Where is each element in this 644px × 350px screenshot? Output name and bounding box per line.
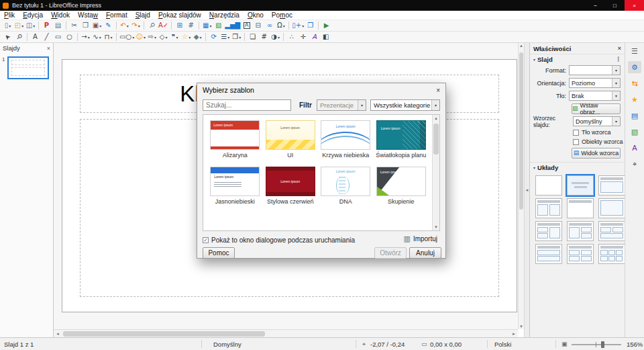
scroll-up-icon[interactable]: ▲ <box>433 116 439 120</box>
new-slide-button[interactable]: ▯+▾ <box>291 21 305 31</box>
hyperlink-button[interactable]: ∞ <box>264 21 275 31</box>
layout-title-slide[interactable] <box>567 175 594 195</box>
save-dropdown-arrow[interactable]: ▾ <box>33 24 35 28</box>
find-replace-button[interactable]: ⚲ <box>146 21 158 31</box>
styles-deck-icon[interactable]: A <box>628 142 641 154</box>
scroll-left-icon[interactable]: ◄ <box>54 332 62 336</box>
toggle-extrusion-button[interactable]: ◧ <box>320 32 331 42</box>
chevron-down-icon[interactable]: ▾ <box>612 79 620 87</box>
menu-wstaw[interactable]: Wstaw <box>74 11 102 19</box>
arrow-line-dropdown-arrow[interactable]: ▾ <box>88 35 90 40</box>
3d-objects-button[interactable]: ◆▾ <box>192 32 203 42</box>
navigator-deck-icon[interactable]: ⌖ <box>628 158 641 170</box>
slide-thumbnail[interactable] <box>7 56 49 79</box>
symbol-shapes-button[interactable]: ☺▾ <box>135 32 146 42</box>
ellipse-button[interactable]: ○ <box>64 32 75 42</box>
close-button[interactable]: × <box>625 0 644 11</box>
layout-2content-over-content[interactable] <box>598 221 625 241</box>
status-language[interactable]: Polski <box>494 341 511 348</box>
master-slide-combobox[interactable]: Domyślny ▾ <box>573 116 621 126</box>
flowchart-shapes-dropdown-arrow[interactable]: ▾ <box>166 35 168 40</box>
fontwork-button[interactable]: A <box>309 32 320 42</box>
zoom-slider[interactable] <box>572 344 621 345</box>
flowchart-shapes-button[interactable]: ◇▾ <box>158 32 169 42</box>
menu-narz-dzia[interactable]: Narzędzia <box>205 11 244 19</box>
template-jasnoniebieski[interactable]: Lorem ipsumJasnoniebieski <box>207 167 263 205</box>
curve-button[interactable]: ∿▾ <box>91 32 103 42</box>
master-background-checkbox-row[interactable]: Tło wzorca <box>530 128 625 137</box>
dialog-close-icon[interactable]: × <box>436 87 440 94</box>
properties-deck-icon[interactable]: ⚙ <box>628 61 641 73</box>
sidebar-menu-icon[interactable]: ☰ <box>628 45 641 57</box>
layout-2content-content[interactable] <box>535 221 562 241</box>
menu-pomoc[interactable]: Pomoc <box>268 11 297 19</box>
symbol-shapes-dropdown-arrow[interactable]: ▾ <box>144 35 146 40</box>
template-list-scrollbar[interactable]: ▲ ▼ <box>432 115 439 230</box>
scroll-up-icon[interactable]: ▲ <box>519 44 524 48</box>
title-bar[interactable]: Bez tytułu 1 - LibreOffice Impress − □ × <box>0 0 644 11</box>
horizontal-scrollbar[interactable]: ◄ ► <box>54 329 518 337</box>
display-grid-button[interactable]: ⊞ <box>174 21 185 31</box>
master-background-checkbox[interactable] <box>573 130 579 136</box>
more-options-icon[interactable]: ⋮ <box>615 56 621 62</box>
layout-blank[interactable] <box>535 175 562 195</box>
show-dialog-checkbox[interactable]: ✓ <box>203 237 209 243</box>
insert-table-button[interactable]: ▦▾ <box>201 21 213 31</box>
layout-centered-text[interactable] <box>598 198 625 218</box>
minimize-button[interactable]: − <box>586 0 605 11</box>
chevron-down-icon[interactable]: ▾ <box>431 100 439 110</box>
layout-title-6content[interactable] <box>598 244 625 264</box>
background-combobox[interactable]: Brak ▾ <box>569 91 621 101</box>
image-filter-button[interactable]: ◑▾ <box>270 32 281 42</box>
layout-title-4content[interactable] <box>567 244 594 264</box>
paste-button[interactable]: ▣▾ <box>91 21 103 31</box>
vertical-scroll-thumb[interactable] <box>519 52 523 210</box>
star-shapes-dropdown-arrow[interactable]: ▾ <box>189 35 191 40</box>
header-footer-button[interactable]: ⊟ <box>252 21 264 31</box>
cancel-button[interactable]: Anuluj <box>409 247 441 259</box>
undo-dropdown-arrow[interactable]: ▾ <box>127 24 129 28</box>
template-dna[interactable]: Lorem ipsumDNA <box>318 167 374 205</box>
redo-button[interactable]: ↷▾ <box>130 21 142 31</box>
insert-image-button[interactable]: ▧ <box>213 21 224 31</box>
insert-text-button[interactable]: A <box>30 32 41 42</box>
insert-textbox-button[interactable]: A <box>241 21 252 31</box>
glue-points-button[interactable]: ✛ <box>297 32 309 42</box>
layout-content-2content[interactable] <box>567 221 594 241</box>
block-arrows-button[interactable]: ⇨▾ <box>146 32 158 42</box>
save-button[interactable]: ◫▾ <box>25 21 36 31</box>
chevron-down-icon[interactable]: ▾ <box>612 117 620 126</box>
chevron-down-icon[interactable]: ▾ <box>358 100 366 110</box>
arrange-objects-button[interactable]: ❒▾ <box>231 32 242 42</box>
master-slides-deck-icon[interactable]: ▤ <box>628 110 641 122</box>
layouts-section-header[interactable]: ▾ Układy <box>530 162 625 172</box>
menu-edycja[interactable]: Edycja <box>19 11 47 19</box>
callout-shapes-button[interactable]: ❞▾ <box>169 32 180 42</box>
redo-dropdown-arrow[interactable]: ▾ <box>138 24 140 28</box>
image-filter-dropdown-arrow[interactable]: ▾ <box>278 35 280 40</box>
format-combobox[interactable]: ▾ <box>569 65 621 75</box>
menu-slajd[interactable]: Slajd <box>131 11 154 19</box>
menu-widok[interactable]: Widok <box>47 11 74 19</box>
curve-dropdown-arrow[interactable]: ▾ <box>99 35 101 40</box>
scroll-right-icon[interactable]: ► <box>510 332 518 336</box>
3d-objects-dropdown-arrow[interactable]: ▾ <box>200 35 202 40</box>
horizontal-scroll-track[interactable] <box>62 330 510 337</box>
connector-dropdown-arrow[interactable]: ▾ <box>110 35 112 40</box>
sidebar-collapse-handle[interactable]: ◄ <box>524 43 529 337</box>
block-arrows-dropdown-arrow[interactable]: ▾ <box>154 35 156 40</box>
layout-title-content[interactable] <box>598 175 625 195</box>
clone-formatting-button[interactable]: ✎ <box>103 21 114 31</box>
orientation-combobox[interactable]: Poziomo ▾ <box>569 78 621 88</box>
slides-panel-close-icon[interactable]: × <box>47 45 50 52</box>
connector-button[interactable]: ⊓▾ <box>103 32 114 42</box>
dialog-title-bar[interactable]: Wybierz szablon × <box>197 83 445 97</box>
animation-deck-icon[interactable]: ★ <box>628 93 641 105</box>
template-wiat-okopia-planu[interactable]: Lorem ipsumŚwiatłokopia planu <box>374 120 429 159</box>
line-button[interactable]: ╱ <box>41 32 52 42</box>
template-alizaryna[interactable]: Lorem ipsumAlizaryna <box>207 120 263 159</box>
edit-points-button[interactable]: ∴ <box>286 32 297 42</box>
open-dropdown-arrow[interactable]: ▾ <box>21 24 23 28</box>
special-character-dropdown-arrow[interactable]: ▾ <box>283 24 285 28</box>
open-button[interactable]: Otwórz <box>374 247 407 259</box>
